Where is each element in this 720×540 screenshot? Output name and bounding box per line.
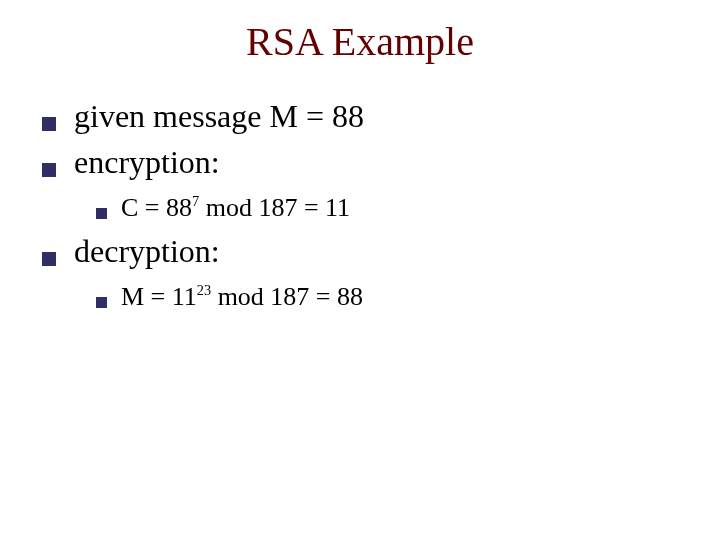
bullet-item-given-message: given message M = 88 xyxy=(42,96,690,136)
bullet-item-encryption: encryption: xyxy=(42,142,690,182)
text-decryption-formula: M = 1123 mod 187 = 88 xyxy=(121,281,363,314)
square-bullet-icon xyxy=(96,297,107,308)
bullet-item-encryption-formula: C = 887 mod 187 = 11 xyxy=(96,192,690,225)
text-encryption-formula: C = 887 mod 187 = 11 xyxy=(121,192,350,225)
square-bullet-icon xyxy=(42,163,56,177)
formula-c-pre: C = 88 xyxy=(121,193,192,222)
square-bullet-icon xyxy=(42,117,56,131)
formula-m-pre: M = 11 xyxy=(121,282,197,311)
formula-c-post: mod 187 = 11 xyxy=(199,193,350,222)
slide: RSA Example given message M = 88 encrypt… xyxy=(0,0,720,540)
text-decryption: decryption: xyxy=(74,231,220,271)
square-bullet-icon xyxy=(96,208,107,219)
bullet-item-decryption: decryption: xyxy=(42,231,690,271)
text-given-message: given message M = 88 xyxy=(74,96,364,136)
square-bullet-icon xyxy=(42,252,56,266)
slide-body: given message M = 88 encryption: C = 887… xyxy=(42,90,690,319)
slide-title: RSA Example xyxy=(0,18,720,65)
formula-m-exp: 23 xyxy=(197,282,211,298)
text-encryption: encryption: xyxy=(74,142,220,182)
formula-m-post: mod 187 = 88 xyxy=(211,282,363,311)
bullet-item-decryption-formula: M = 1123 mod 187 = 88 xyxy=(96,281,690,314)
